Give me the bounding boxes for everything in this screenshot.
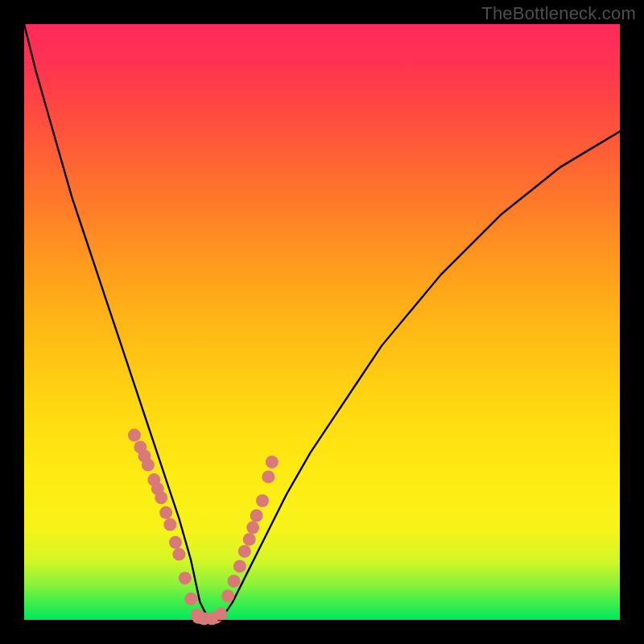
curve-marker: [169, 536, 182, 549]
curve-svg: [24, 24, 620, 620]
curve-marker: [159, 506, 172, 519]
curve-marker: [179, 572, 192, 584]
chart-frame: TheBottleneck.com: [0, 0, 644, 644]
curve-marker: [172, 548, 185, 561]
bottleneck-curve: [24, 24, 620, 620]
curve-marker: [142, 459, 155, 472]
curve-marker: [256, 494, 269, 507]
curve-marker: [214, 608, 227, 621]
curve-marker: [221, 589, 234, 602]
curve-marker: [233, 559, 246, 572]
curve-marker: [163, 518, 176, 531]
curve-marker: [155, 491, 167, 504]
curve-marker: [243, 533, 256, 546]
curve-marker: [250, 510, 263, 522]
curve-marker: [128, 429, 141, 442]
curve-marker: [246, 521, 259, 534]
curve-marker: [266, 456, 279, 469]
curve-marker: [238, 545, 251, 558]
plot-area: [24, 24, 620, 620]
curve-marker: [227, 575, 240, 588]
curve-marker: [184, 592, 197, 605]
curve-marker: [262, 470, 275, 483]
curve-markers: [128, 429, 279, 625]
watermark-text: TheBottleneck.com: [481, 3, 636, 24]
